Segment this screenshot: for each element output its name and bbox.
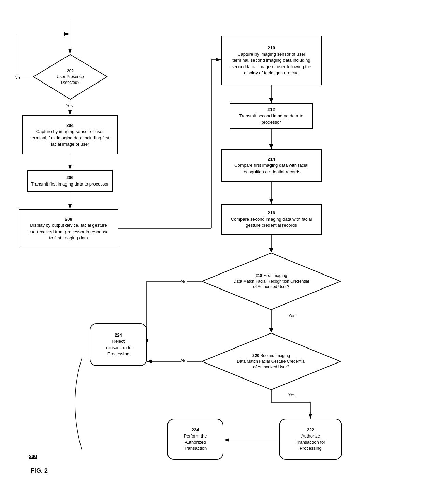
node-224a-label: RejectTransaction forProcessing <box>104 338 133 357</box>
node-202-num: 202 <box>67 69 74 73</box>
node-212: 212 Transmit second imaging data toproce… <box>230 103 313 129</box>
fig-ref: 200 <box>29 454 37 459</box>
node-216: 216 Compare second imaging data with fac… <box>221 204 322 235</box>
node-222: 222 AuthorizeTransaction forProcessing <box>279 419 342 460</box>
node-212-label: Transmit second imaging data toprocessor <box>239 113 303 125</box>
node-206-num: 206 <box>66 175 74 181</box>
node-214-num: 214 <box>268 156 275 162</box>
node-220-num: 220 <box>252 353 259 358</box>
node-202-label: User PresenceDetected? <box>57 74 84 85</box>
node-220: 220 Second ImagingData Match Facial Gest… <box>201 332 341 390</box>
node-214: 214 Compare first imaging data with faci… <box>221 149 322 182</box>
node-224a-num: 224 <box>115 332 122 338</box>
label-no2: No <box>181 279 187 284</box>
node-208-num: 208 <box>65 216 72 222</box>
label-yes1: Yes <box>65 103 73 108</box>
node-202: 202 User PresenceDetected? <box>33 54 108 100</box>
label-yes3: Yes <box>288 392 295 397</box>
node-212-num: 212 <box>267 107 275 113</box>
node-204: 204 Capture by imaging sensor of userter… <box>22 115 118 154</box>
node-216-label: Compare second imaging data with facialg… <box>231 216 312 228</box>
node-218-num: 218 <box>256 273 262 278</box>
node-224a: 224 RejectTransaction forProcessing <box>90 323 147 366</box>
node-210-num: 210 <box>268 45 275 51</box>
node-204-label: Capture by imaging sensor of usertermina… <box>30 129 110 147</box>
node-222-label: AuthorizeTransaction forProcessing <box>296 433 325 452</box>
node-218-label: First ImagingData Match Facial Recogniti… <box>233 273 309 290</box>
node-208-label: Display by output device, facial gesture… <box>29 222 109 241</box>
node-204-num: 204 <box>66 122 74 129</box>
node-218: 218 First ImagingData Match Facial Recog… <box>201 252 341 310</box>
node-222-num: 222 <box>307 427 315 433</box>
node-216-num: 216 <box>268 210 275 216</box>
node-206: 206 Transmit first imaging data to proce… <box>27 170 113 192</box>
fig-label: FIG. 2 <box>31 467 48 474</box>
node-206-label: Transmit first imaging data to processor <box>31 181 109 187</box>
label-yes2: Yes <box>288 313 295 318</box>
node-224b-num: 224 <box>192 427 199 433</box>
label-no1: No <box>14 75 20 80</box>
node-220-label: Second ImagingData Match Facial Gesture … <box>237 353 306 370</box>
label-no3: No <box>181 358 187 363</box>
diagram-container: 202 User PresenceDetected? 204 Capture b… <box>0 0 423 504</box>
node-214-label: Compare first imaging data with facialre… <box>234 162 308 175</box>
node-208: 208 Display by output device, facial ges… <box>19 209 118 248</box>
node-224b: 224 Perform theAuthorizedTransaction <box>167 419 223 460</box>
node-224b-label: Perform theAuthorizedTransaction <box>184 433 207 452</box>
node-210: 210 Capture by imaging sensor of userter… <box>221 36 322 85</box>
node-210-label: Capture by imaging sensor of usertermina… <box>231 51 311 76</box>
